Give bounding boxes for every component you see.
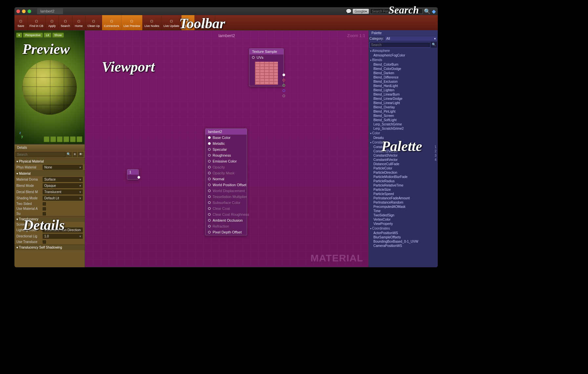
palette-item[interactable]: Blend_Lighten (369, 88, 438, 92)
help-search-input[interactable] (370, 9, 423, 14)
palette-item[interactable]: Blend_HardLight (369, 84, 438, 88)
shape-teapot-button[interactable] (70, 136, 76, 142)
palette-item[interactable]: PerInstanceFadeAmount (369, 196, 438, 200)
input-port[interactable] (208, 189, 211, 192)
palette-item[interactable]: Blend_Exclusion (369, 79, 438, 84)
pin-specular[interactable]: Specular (205, 146, 247, 152)
property-dropdown[interactable]: Opaque (43, 183, 83, 188)
input-port[interactable] (208, 219, 211, 222)
palette-item[interactable]: Blend_PinLight (369, 109, 438, 114)
palette-item[interactable]: Blend_LinearDodge (369, 97, 438, 101)
property-checkbox[interactable] (43, 212, 46, 215)
details-section-header[interactable]: ▾ Translucency (14, 216, 85, 222)
property-dropdown[interactable]: None (43, 165, 83, 170)
shape-plane-button[interactable] (57, 136, 63, 142)
input-port[interactable] (208, 207, 211, 210)
shape-cylinder-button[interactable] (44, 136, 50, 142)
pin-clear-coat-roughness[interactable]: Clear Coat Roughness (205, 211, 247, 217)
output-rgb[interactable] (283, 74, 285, 76)
palette-item[interactable]: Blend_Darken (369, 71, 438, 75)
output-r[interactable] (283, 79, 285, 81)
palette-item[interactable]: ActorPositionWS (369, 231, 438, 235)
palette-category[interactable]: Constants (369, 140, 438, 145)
palette-item[interactable]: ParticleSpeed (369, 192, 438, 196)
toolbar-connectors-button[interactable]: ▢Connectors (102, 15, 121, 30)
palette-item[interactable]: ParticleSize (369, 187, 438, 192)
pin-world-position-offset[interactable]: World Position Offset (205, 182, 247, 188)
palette-item[interactable]: ParticleRelativeTime (369, 183, 438, 187)
palette-item[interactable]: CameraPositionWS (369, 244, 438, 248)
property-checkbox[interactable] (43, 202, 46, 206)
node-material-output[interactable]: lambert2 Base ColorMetallicSpecularRough… (205, 128, 247, 235)
palette-item[interactable]: Desatu (369, 136, 438, 140)
pin-base-color[interactable]: Base Color (205, 135, 247, 141)
input-port[interactable] (208, 160, 211, 163)
property-dropdown[interactable]: Translucent (43, 189, 83, 194)
toolbar-clean-up-button[interactable]: ▢Clean Up (86, 15, 102, 30)
search-icon[interactable]: 🔍 (424, 8, 430, 14)
pin-subsurface-color[interactable]: Subsurface Color (205, 200, 247, 206)
view-options-icon[interactable]: ≡ (73, 152, 77, 157)
palette-item[interactable]: ViewProperty (369, 222, 438, 226)
pin-tessellation-multiplier[interactable]: Tessellation Multiplier (205, 194, 247, 200)
node-constant[interactable]: 1 (127, 169, 139, 180)
palette-item[interactable]: Constant1 (369, 145, 438, 149)
palette-item[interactable]: Time (369, 209, 438, 213)
palette-item[interactable]: Constant3Vector3 (369, 153, 438, 158)
pin-opacity-mask[interactable]: Opacity Mask (205, 170, 247, 176)
property-checkbox[interactable] (43, 223, 46, 226)
chat-icon[interactable]: 💬 (346, 9, 351, 14)
palette-category[interactable]: Color (369, 131, 438, 136)
globe-icon[interactable]: ◆ (432, 8, 436, 14)
palette-item[interactable]: Constant4Vector4 (369, 158, 438, 162)
toolbar-live-update-button[interactable]: ▢Live Update (161, 15, 181, 30)
pin-pixel-depth-offset[interactable]: Pixel Depth Offset (205, 229, 247, 235)
pin-roughness[interactable]: Roughness (205, 152, 247, 158)
pin-normal[interactable]: Normal (205, 176, 247, 182)
toolbar-live-preview-button[interactable]: ▢Live Preview (121, 15, 142, 30)
palette-item[interactable]: DistanceCullFade (369, 162, 438, 166)
details-section-header[interactable]: ▾ Material (14, 171, 85, 176)
pin-metallic[interactable]: Metallic (205, 141, 247, 146)
toolbar-mobile-stats-button[interactable]: ▢Mobile Stats (195, 15, 215, 30)
pin-refraction[interactable]: Refraction (205, 223, 247, 229)
input-port[interactable] (208, 225, 211, 228)
property-dropdown[interactable]: 1.0 (43, 234, 83, 239)
search-icon[interactable]: 🔍 (430, 42, 437, 48)
toolbar-home-button[interactable]: ▢Home (73, 15, 86, 30)
pin-opacity[interactable]: Opacity (205, 164, 247, 170)
palette-item[interactable]: ParticleRadius (369, 179, 438, 183)
close-icon[interactable] (16, 10, 20, 13)
shape-sphere-button[interactable] (50, 136, 56, 142)
graph-viewport[interactable]: lambert2 Zoom 1:1 MATERIAL Texture Sampl… (85, 30, 369, 267)
toolbar-search-button[interactable]: ▢Search (59, 15, 73, 30)
palette-category[interactable]: Blends (369, 57, 438, 62)
details-tab[interactable]: Details (14, 144, 85, 151)
palette-item[interactable]: VertexColor (369, 217, 438, 222)
input-port[interactable] (208, 178, 211, 180)
property-dropdown[interactable]: Volumetric Non Direction (43, 228, 83, 232)
pin-uvs[interactable]: UVs (249, 55, 284, 60)
input-port[interactable] (208, 172, 211, 174)
palette-item[interactable]: Constant2Vector2 (369, 149, 438, 153)
input-port[interactable] (208, 136, 211, 139)
shape-cube-button[interactable] (63, 136, 69, 142)
palette-category[interactable]: Coordinates (369, 226, 438, 231)
palette-item[interactable]: Blend_ColorDodge (369, 67, 438, 71)
palette-search-input[interactable] (369, 42, 430, 48)
preview--button[interactable]: ▾ (16, 33, 22, 38)
palette-item[interactable]: Blend_SoftLight (369, 118, 438, 122)
property-dropdown[interactable]: Surface (43, 177, 83, 182)
output-value[interactable] (137, 176, 140, 179)
toolbar-apply-button[interactable]: ▢Apply (46, 15, 59, 30)
palette-item[interactable]: Blend_Difference (369, 75, 438, 79)
details-section-header[interactable]: ▾ Physical Material (14, 159, 85, 164)
palette-item[interactable]: PerInstanceRandom (369, 200, 438, 205)
property-dropdown[interactable]: Default Lit (43, 196, 83, 201)
property-checkbox[interactable] (43, 207, 46, 210)
input-port[interactable] (208, 166, 211, 168)
toolbar-save-button[interactable]: ▢Save (14, 15, 28, 30)
preview-perspective-button[interactable]: Perspective (23, 33, 43, 38)
palette-item[interactable]: ParticleColor (369, 166, 438, 170)
eye-icon[interactable]: 👁 (78, 152, 84, 157)
